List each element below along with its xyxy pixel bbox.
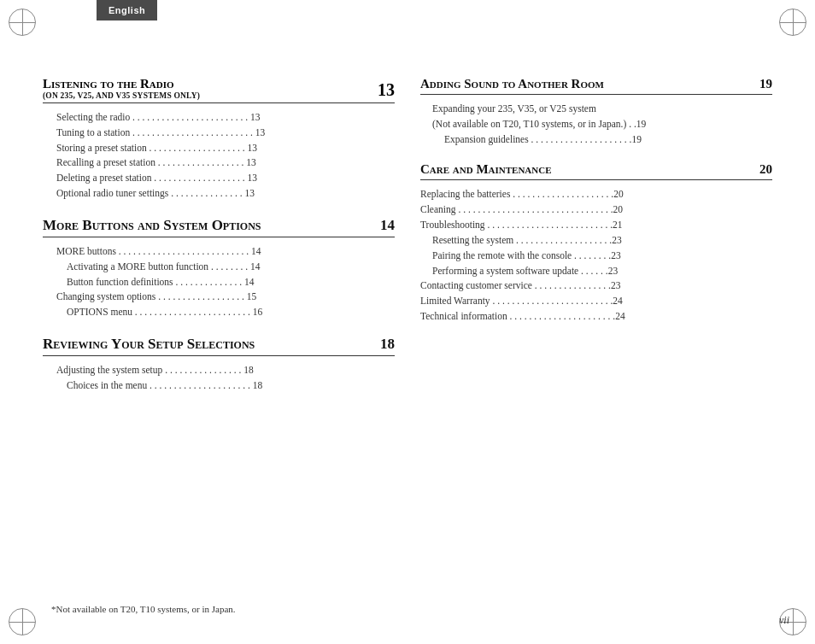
footnote: *Not available on T20, T10 systems, or i… — [51, 604, 236, 614]
corner-mark-tr — [779, 9, 806, 36]
more-buttons-title: More Buttons and System Options — [43, 217, 261, 234]
care-page: 20 — [759, 162, 772, 177]
list-item: Performing a system software update . . … — [420, 264, 772, 279]
list-item: Contacting customer service . . . . . . … — [420, 278, 772, 294]
list-item: Cleaning . . . . . . . . . . . . . . . .… — [420, 202, 772, 218]
list-item: Troubleshooting . . . . . . . . . . . . … — [420, 218, 772, 233]
section-care: Care and Maintenance 20 Replacing the ba… — [420, 162, 772, 324]
listening-subtitle: (on 235, V25, and V35 systems only) — [43, 91, 200, 100]
section-adding-sound: Adding Sound to Another Room 19 Expandin… — [420, 77, 772, 147]
list-item: OPTIONS menu . . . . . . . . . . . . . .… — [43, 305, 395, 320]
adding-sound-page: 19 — [759, 77, 772, 91]
list-item: Button function definitions . . . . . . … — [43, 275, 395, 290]
reviewing-entries: Adjusting the system setup . . . . . . .… — [43, 363, 395, 394]
care-title-line: Care and Maintenance 20 — [420, 162, 772, 180]
corner-mark-bl — [9, 608, 36, 635]
more-buttons-title-line: More Buttons and System Options 14 — [43, 217, 395, 237]
list-item: Storing a preset station . . . . . . . .… — [43, 141, 395, 156]
list-item: Selecting the radio . . . . . . . . . . … — [43, 110, 395, 126]
reviewing-page: 18 — [380, 336, 395, 353]
adding-sound-entries: Expanding your 235, V35, or V25 system (… — [420, 102, 772, 147]
list-item: Choices in the menu . . . . . . . . . . … — [43, 378, 395, 394]
left-column: Listening to the Radio (on 235, V25, and… — [43, 77, 395, 593]
adding-sound-title: Adding Sound to Another Room — [420, 77, 604, 91]
main-content: Listening to the Radio (on 235, V25, and… — [43, 77, 772, 593]
more-buttons-entries: MORE buttons . . . . . . . . . . . . . .… — [43, 244, 395, 320]
section-more-buttons: More Buttons and System Options 14 MORE … — [43, 217, 395, 320]
list-item: Adjusting the system setup . . . . . . .… — [43, 363, 395, 378]
list-item: Recalling a preset station . . . . . . .… — [43, 155, 395, 171]
list-item: Changing system options . . . . . . . . … — [43, 290, 395, 305]
list-item: Technical information . . . . . . . . . … — [420, 309, 772, 325]
section-listening: Listening to the Radio (on 235, V25, and… — [43, 77, 395, 202]
list-item: Expanding your 235, V35, or V25 system — [420, 102, 772, 117]
list-item: Resetting the system . . . . . . . . . .… — [420, 233, 772, 249]
listening-title-line: Listening to the Radio (on 235, V25, and… — [43, 77, 395, 103]
language-tab: English — [97, 0, 157, 20]
more-buttons-page: 14 — [380, 217, 395, 234]
list-item: Limited Warranty . . . . . . . . . . . .… — [420, 294, 772, 309]
list-item: Optional radio tuner settings . . . . . … — [43, 186, 395, 202]
list-item: Deleting a preset station . . . . . . . … — [43, 171, 395, 186]
reviewing-title: Reviewing Your Setup Selections — [43, 336, 255, 353]
care-entries: Replacing the batteries . . . . . . . . … — [420, 187, 772, 324]
adding-sound-title-line: Adding Sound to Another Room 19 — [420, 77, 772, 95]
reviewing-title-line: Reviewing Your Setup Selections 18 — [43, 336, 395, 356]
right-column: Adding Sound to Another Room 19 Expandin… — [420, 77, 772, 593]
page-number: vii — [779, 614, 789, 627]
corner-mark-tl — [9, 9, 36, 36]
care-title: Care and Maintenance — [420, 162, 552, 177]
listening-page: 13 — [378, 80, 395, 100]
list-item: Activating a MORE button function . . . … — [43, 260, 395, 275]
listening-title-left: Listening to the Radio (on 235, V25, and… — [43, 77, 200, 100]
listening-entries: Selecting the radio . . . . . . . . . . … — [43, 110, 395, 202]
language-tab-label: English — [108, 5, 145, 15]
list-item: MORE buttons . . . . . . . . . . . . . .… — [43, 244, 395, 260]
list-item: Pairing the remote with the console . . … — [420, 249, 772, 264]
listening-title: Listening to the Radio — [43, 77, 200, 91]
list-item: Replacing the batteries . . . . . . . . … — [420, 187, 772, 202]
section-reviewing: Reviewing Your Setup Selections 18 Adjus… — [43, 336, 395, 394]
list-item: Tuning to a station . . . . . . . . . . … — [43, 126, 395, 141]
list-item: (Not available on T20, T10 systems, or i… — [420, 117, 772, 132]
list-item: Expansion guidelines . . . . . . . . . .… — [420, 132, 772, 148]
page: English Listening to the Radio (on 235, … — [0, 0, 815, 644]
